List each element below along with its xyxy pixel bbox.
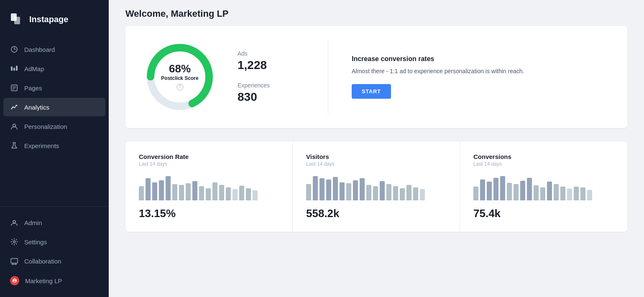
bar [159,180,164,200]
start-button[interactable]: START [352,84,391,99]
bar [400,188,405,200]
bar [192,181,197,200]
experiments-icon [10,141,18,150]
bar [172,184,177,200]
bar [333,177,338,200]
cta-box: Increase conversion rates Almost there -… [352,55,611,99]
stats-group: Ads 1,228 Experiences 830 [238,50,304,104]
bar [306,184,311,200]
bar [146,178,151,200]
bar [500,176,505,200]
bar [580,187,585,200]
bar [587,190,592,200]
sidebar-item-admin[interactable]: Admin [3,213,105,232]
sidebar-item-admap[interactable]: AdMap [3,59,105,78]
postclick-label: Postclick Score [161,75,198,82]
bar [199,186,204,200]
bar [326,179,331,200]
personalization-label: Personalization [24,123,67,130]
collaboration-label: Collaboration [24,258,61,265]
bar [346,183,351,200]
admap-label: AdMap [24,65,44,72]
metric-period-1: Last 14 days [306,161,446,167]
bar [239,186,244,200]
metric-card-0: Conversion RateLast 14 days13.15% [125,141,293,232]
cta-title: Increase conversion rates [352,55,611,63]
bar [152,182,157,201]
bar [212,182,217,200]
postclick-score-chart: 68% Postclick Score ? [142,39,217,115]
bar [380,181,385,200]
bar [139,186,144,200]
experiments-label: Experiments [24,142,59,149]
sidebar-item-dashboard[interactable]: Dashboard [3,40,105,59]
workspace-icon [10,276,19,285]
svg-rect-1 [14,17,20,24]
experiences-value: 830 [238,90,304,104]
svg-rect-7 [16,66,18,71]
metric-title-1: Visitors [306,153,446,160]
bar [487,182,492,200]
metric-period-2: Last 14 days [473,161,614,167]
bar [179,185,184,200]
bar [507,183,512,200]
bar [480,179,485,200]
bar [186,183,191,200]
svg-point-14 [13,220,15,223]
bar [366,185,371,200]
bar [574,187,579,200]
bar [567,189,572,200]
pages-icon [10,84,18,92]
personalization-icon [10,122,18,131]
postclick-percent: 68% [161,62,198,75]
top-card: 68% Postclick Score ? Ads 1,228 Experien… [125,26,627,128]
app-logo[interactable]: Instapage [0,0,109,40]
bar [360,178,365,200]
bar-chart-2 [473,175,614,200]
sidebar-item-experiments[interactable]: Experiments [3,136,105,155]
analytics-label: Analytics [24,104,49,111]
analytics-icon [10,103,18,111]
ads-value: 1,228 [238,59,304,72]
sidebar-item-marketing-lp[interactable]: Marketing LP [3,271,105,290]
bar [373,186,378,200]
metrics-row: Conversion RateLast 14 days13.15%Visitor… [125,141,627,232]
help-icon[interactable]: ? [176,84,183,90]
sidebar-bottom: Admin Settings Collaboration Marketing L… [0,206,109,297]
svg-point-15 [13,241,15,243]
bar [527,178,532,200]
sidebar-item-settings[interactable]: Settings [3,233,105,251]
bar [219,185,224,200]
metric-title-0: Conversion Rate [139,153,279,160]
marketing-lp-label: Marketing LP [25,277,62,284]
sidebar: Instapage Dashboard AdMap Pages [0,0,109,297]
bar [413,187,418,200]
admin-icon [10,218,18,227]
dashboard-label: Dashboard [24,46,55,53]
experiences-stat: Experiences 830 [238,82,304,104]
metric-value-2: 75.4k [473,207,614,220]
donut-center: 68% Postclick Score ? [161,62,198,90]
bar [393,186,398,200]
bar [514,184,519,200]
sidebar-item-personalization[interactable]: Personalization [3,117,105,136]
ads-label: Ads [238,50,304,57]
settings-label: Settings [24,238,47,246]
metric-title-2: Conversions [473,153,614,160]
bar [406,185,411,200]
bar [560,187,565,200]
bar [547,182,552,200]
divider [328,39,328,115]
experiences-label: Experiences [238,82,304,89]
bar [340,182,345,201]
bar [353,180,358,200]
dashboard-icon [10,45,18,54]
sidebar-item-collaboration[interactable]: Collaboration [3,252,105,270]
svg-rect-16 [11,259,18,263]
dashboard-content: 68% Postclick Score ? Ads 1,228 Experien… [109,26,644,248]
bar [166,176,171,200]
sidebar-item-analytics[interactable]: Analytics [3,98,105,116]
bar [206,188,211,200]
sidebar-item-pages[interactable]: Pages [3,79,105,97]
bar [540,187,545,200]
